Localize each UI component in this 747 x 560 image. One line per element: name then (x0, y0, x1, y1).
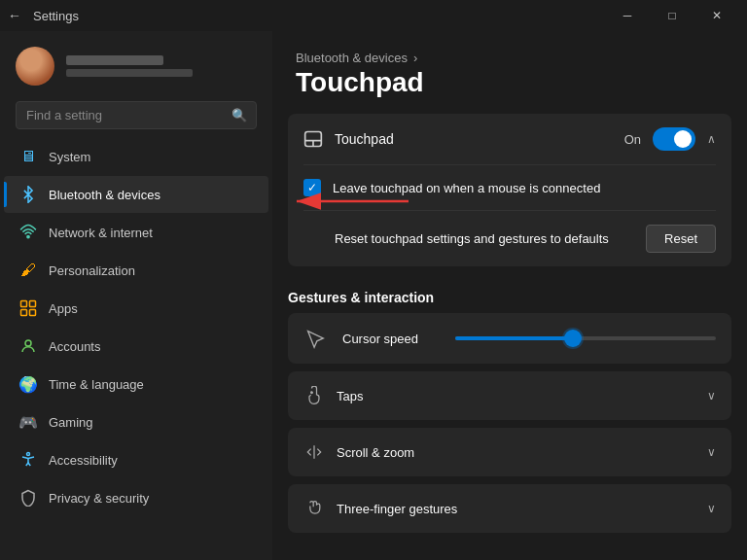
three-finger-icon (303, 498, 325, 519)
title-bar-left: ← Settings (8, 8, 79, 23)
three-finger-left: Three-finger gestures (303, 498, 457, 519)
three-finger-row[interactable]: Three-finger gestures ∨ (288, 484, 731, 533)
maximize-button[interactable]: □ (650, 0, 694, 31)
bluetooth-label: Bluetooth & devices (49, 188, 160, 202)
apps-label: Apps (49, 301, 78, 316)
network-label: Network & internet (49, 226, 153, 240)
touchpad-card: Touchpad On ∧ ✓ Leave touchpad on when a… (288, 114, 731, 266)
scroll-zoom-label: Scroll & zoom (337, 445, 414, 460)
svg-point-6 (27, 453, 30, 456)
svg-point-5 (25, 340, 31, 346)
close-button[interactable]: ✕ (694, 0, 739, 31)
network-icon (19, 224, 37, 241)
sidebar-item-privacy[interactable]: Privacy & security (4, 479, 268, 516)
touchpad-checkbox[interactable]: ✓ (303, 179, 321, 196)
personalization-icon: 🖌 (19, 262, 37, 279)
page-title: Touchpad (296, 67, 724, 98)
scroll-zoom-row[interactable]: Scroll & zoom ∨ (288, 428, 731, 476)
touchpad-toggle[interactable] (653, 127, 695, 151)
three-finger-chevron-icon: ∨ (707, 502, 716, 515)
sidebar: 🔍 🖥 System Bluetooth & devices (0, 31, 272, 560)
card-header-left: Touchpad (303, 129, 394, 149)
sidebar-item-accessibility[interactable]: Accessibility (4, 441, 268, 478)
svg-point-0 (27, 235, 29, 237)
scroll-zoom-card: Scroll & zoom ∨ (288, 428, 731, 476)
three-finger-card: Three-finger gestures ∨ (288, 484, 731, 533)
slider-thumb (564, 330, 582, 347)
checkbox-row: ✓ Leave touchpad on when a mouse is conn… (288, 165, 731, 210)
cursor-speed-label: Cursor speed (342, 332, 440, 346)
gestures-section-title: Gestures & interaction (272, 274, 747, 313)
accounts-icon (19, 337, 37, 355)
slider-row: Cursor speed (288, 313, 731, 364)
touchpad-card-icon (303, 129, 323, 149)
breadcrumb: Bluetooth & devices › (296, 51, 724, 65)
checkbox-checkmark: ✓ (307, 182, 317, 193)
content-header: Bluetooth & devices › Touchpad (272, 31, 747, 114)
time-label: Time & language (49, 377, 144, 392)
accessibility-icon (19, 451, 37, 469)
sidebar-item-time[interactable]: 🌍 Time & language (4, 366, 268, 402)
toggle-thumb (674, 130, 692, 148)
system-label: System (49, 150, 90, 164)
cursor-speed-icon (303, 327, 327, 350)
time-icon: 🌍 (19, 375, 37, 393)
scroll-zoom-left: Scroll & zoom (303, 441, 414, 463)
profile-name (66, 55, 163, 65)
personalization-label: Personalization (49, 263, 135, 278)
back-icon[interactable]: ← (8, 8, 21, 23)
profile-email (66, 69, 193, 77)
sidebar-item-personalization[interactable]: 🖌 Personalization (4, 252, 268, 289)
slider-fill (455, 336, 573, 340)
taps-row[interactable]: Taps ∨ (288, 371, 731, 420)
accessibility-label: Accessibility (49, 453, 118, 468)
breadcrumb-separator: › (413, 51, 417, 65)
bluetooth-icon (19, 186, 37, 203)
app-body: 🔍 🖥 System Bluetooth & devices (0, 31, 747, 560)
touchpad-card-header[interactable]: Touchpad On ∧ (288, 114, 731, 164)
three-finger-label: Three-finger gestures (337, 502, 457, 516)
scroll-zoom-icon (303, 441, 325, 463)
accounts-label: Accounts (49, 339, 100, 354)
reset-row: Reset touchpad settings and gestures to … (288, 211, 731, 266)
reset-label: Reset touchpad settings and gestures to … (335, 231, 609, 246)
app-title: Settings (33, 9, 79, 23)
minimize-button[interactable]: ─ (605, 0, 650, 31)
profile-info (66, 55, 193, 77)
sidebar-item-gaming[interactable]: 🎮 Gaming (4, 403, 268, 440)
checkbox-label: Leave touchpad on when a mouse is connec… (333, 181, 600, 195)
cursor-speed-slider[interactable] (455, 336, 716, 340)
taps-card: Taps ∨ (288, 371, 731, 420)
sidebar-item-apps[interactable]: Apps (4, 290, 268, 327)
content-area: Bluetooth & devices › Touchpad Touchpad (272, 31, 747, 560)
nav-list: 🖥 System Bluetooth & devices (0, 137, 272, 517)
cursor-speed-card: Cursor speed (288, 313, 731, 364)
taps-chevron-icon: ∨ (707, 389, 716, 402)
sidebar-item-system[interactable]: 🖥 System (4, 138, 268, 175)
title-bar: ← Settings ─ □ ✕ (0, 0, 747, 31)
avatar (16, 47, 54, 86)
privacy-label: Privacy & security (49, 491, 149, 506)
privacy-icon (19, 489, 37, 507)
svg-rect-4 (30, 310, 36, 316)
gaming-label: Gaming (49, 415, 93, 430)
taps-icon (303, 385, 325, 406)
search-box: 🔍 (16, 101, 257, 129)
touchpad-card-title: Touchpad (335, 131, 394, 147)
svg-rect-3 (21, 310, 27, 316)
svg-rect-1 (21, 301, 27, 307)
breadcrumb-parent: Bluetooth & devices (296, 51, 408, 65)
chevron-up-icon: ∧ (707, 132, 716, 146)
gaming-icon: 🎮 (19, 413, 37, 431)
collapse-left: Taps (303, 385, 363, 406)
reset-button[interactable]: Reset (646, 225, 716, 253)
system-icon: 🖥 (19, 148, 37, 165)
taps-label: Taps (337, 389, 363, 403)
apps-icon (19, 299, 37, 317)
sidebar-item-bluetooth[interactable]: Bluetooth & devices (4, 176, 268, 213)
sidebar-item-network[interactable]: Network & internet (4, 214, 268, 251)
sidebar-item-accounts[interactable]: Accounts (4, 328, 268, 365)
search-input[interactable] (16, 101, 257, 129)
touchpad-status: On (624, 132, 641, 147)
svg-point-10 (311, 392, 313, 394)
